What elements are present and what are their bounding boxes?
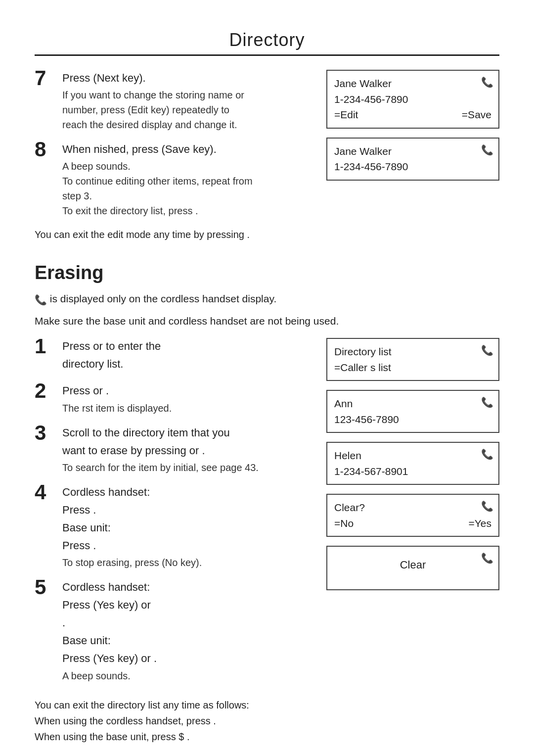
step-7-sub3: reach the desired display and change it. <box>62 117 312 132</box>
lcd-clear-question: 📞 Clear? =No =Yes <box>326 494 499 537</box>
lcd1-edit: =Edit <box>334 107 358 123</box>
directory-right: 📞 Jane Walker 1-234-456-7890 =Edit =Save… <box>326 70 499 246</box>
step-8-content: When nished, press (Save key). A beep so… <box>62 141 312 218</box>
step-8-sub2: To continue editing other items, repeat … <box>62 174 312 189</box>
erase-step-2-sub: The rst item is displayed. <box>62 401 312 416</box>
step-8-sub4: To exit the directory list, press . <box>62 203 312 218</box>
erase-step-4-number: 4 <box>35 482 56 503</box>
lcd-clearq-line2: =No =Yes <box>334 516 491 531</box>
erase-step-5-sub: A beep sounds. <box>62 668 312 683</box>
erase-step-3-main: Scroll to the directory item that you <box>62 425 312 441</box>
erase-step-3-main2: want to erase by pressing or . <box>62 442 312 459</box>
step-8-sub1: A beep sounds. <box>62 159 312 174</box>
lcd-icon-ann: 📞 <box>481 395 493 410</box>
erase-step-3-sub: To search for the item by initial, see p… <box>62 460 312 475</box>
step-7: 7 Press (Next key). If you want to chang… <box>35 70 312 132</box>
erase-step-4-sub: To stop erasing, press (No key). <box>62 555 312 570</box>
lcd-helen: 📞 Helen 1-234-567-8901 <box>326 442 499 485</box>
lcd1-line2: 1-234-456-7890 <box>334 92 491 107</box>
bottom-note1: You can exit the directory list any time… <box>35 697 499 713</box>
lcd1-line1: Jane Walker <box>334 76 491 92</box>
bottom-note3: When using the base unit, press $ . <box>35 729 499 745</box>
bottom-note2: When using the cordless handset, press . <box>35 713 499 729</box>
step-8: 8 When nished, press (Save key). A beep … <box>35 141 312 218</box>
lcd-clearq-no: =No <box>334 516 354 531</box>
step-8-number: 8 <box>35 139 56 160</box>
erase-step-3: 3 Scroll to the directory item that you … <box>35 425 312 475</box>
handset-icon: 📞 <box>35 292 47 308</box>
erase-step-3-content: Scroll to the directory item that you wa… <box>62 425 312 475</box>
erase-step-4-main1: Cordless handset: <box>62 484 312 501</box>
erase-step-1: 1 Press or to enter the directory list. <box>35 338 312 374</box>
step-7-main: Press (Next key). <box>62 70 312 87</box>
step-7-content: Press (Next key). If you want to change … <box>62 70 312 132</box>
erase-step-2: 2 Press or . The rst item is displayed. <box>35 382 312 415</box>
lcd-helen-line1: Helen <box>334 448 491 464</box>
directory-steps: 7 Press (Next key). If you want to chang… <box>35 70 499 246</box>
erase-step-5-main4: Base unit: <box>62 632 312 649</box>
lcd-dir-line2: =Caller s list <box>334 360 491 376</box>
erase-step-2-number: 2 <box>35 380 56 401</box>
lcd-icon-dir: 📞 <box>481 343 493 358</box>
erase-step-5-main2: Press (Yes key) or <box>62 597 312 614</box>
erasing-left: 1 Press or to enter the directory list. … <box>35 338 312 692</box>
erase-step-5-main3: . <box>62 614 312 631</box>
lcd-icon-1: 📞 <box>481 75 493 90</box>
lcd-dir-line1: Directory list <box>334 344 491 360</box>
erasing-right: 📞 Directory list =Caller s list 📞 Ann 12… <box>326 338 499 692</box>
lcd-ann: 📞 Ann 123-456-7890 <box>326 390 499 433</box>
erase-step-3-number: 3 <box>35 423 56 443</box>
erase-step-4-main3: Base unit: <box>62 520 312 536</box>
lcd-clearq-line1: Clear? <box>334 500 491 516</box>
lcd1-line3: =Edit =Save <box>334 107 491 123</box>
erase-step-4-main4: Press . <box>62 537 312 554</box>
step-8-main: When nished, press (Save key). <box>62 141 312 158</box>
erase-step-4: 4 Cordless handset: Press . Base unit: P… <box>35 484 312 570</box>
lcd-jane-save: 📞 Jane Walker 1-234-456-7890 <box>326 138 499 181</box>
step-7-number: 7 <box>35 68 56 89</box>
lcd-clear: 📞 Clear <box>326 546 499 590</box>
page-title: Directory <box>35 30 499 50</box>
erasing-title: Erasing <box>35 262 499 284</box>
erase-step-2-content: Press or . The rst item is displayed. <box>62 382 312 415</box>
lcd-icon-2: 📞 <box>481 142 493 157</box>
erase-step-1-main2: directory list. <box>62 356 312 373</box>
lcd-icon-clearq: 📞 <box>481 499 493 514</box>
lcd1-save: =Save <box>462 107 491 123</box>
erase-step-5: 5 Cordless handset: Press (Yes key) or .… <box>35 579 312 683</box>
directory-left: 7 Press (Next key). If you want to chang… <box>35 70 312 246</box>
erase-step-1-number: 1 <box>35 336 56 357</box>
erase-step-5-number: 5 <box>35 577 56 598</box>
erase-step-5-content: Cordless handset: Press (Yes key) or . B… <box>62 579 312 683</box>
erasing-intro1: 📞 is displayed only on the cordless hand… <box>35 290 499 307</box>
lcd-helen-line2: 1-234-567-8901 <box>334 464 491 479</box>
bottom-notes: You can exit the directory list any time… <box>35 697 499 745</box>
erasing-intro1-text: is displayed only on the cordless handse… <box>50 293 276 304</box>
erase-step-5-main1: Cordless handset: <box>62 579 312 596</box>
erasing-steps: 1 Press or to enter the directory list. … <box>35 338 499 692</box>
lcd-clearq-yes: =Yes <box>468 516 491 531</box>
erase-step-2-main: Press or . <box>62 382 312 399</box>
lcd-clear-text: Clear <box>334 557 491 573</box>
lcd2-line2: 1-234-456-7890 <box>334 159 491 175</box>
lcd-directory-list: 📞 Directory list =Caller s list <box>326 338 499 381</box>
page-number: 46 <box>35 754 499 756</box>
erasing-intro2: Make sure the base unit and cordless han… <box>35 313 499 330</box>
lcd-ann-line1: Ann <box>334 396 491 412</box>
erase-step-1-content: Press or to enter the directory list. <box>62 338 312 374</box>
erase-step-5-main5: Press (Yes key) or . <box>62 650 312 667</box>
erase-step-4-main2: Press . <box>62 502 312 519</box>
step-8-sub3: step 3. <box>62 189 312 203</box>
directory-note: You can exit the edit mode any time by p… <box>35 227 312 242</box>
erase-step-1-main: Press or to enter the <box>62 338 312 355</box>
lcd-jane-edit: 📞 Jane Walker 1-234-456-7890 =Edit =Save <box>326 70 499 129</box>
step-7-sub1: If you want to change the storing name o… <box>62 88 312 102</box>
title-divider <box>35 54 499 56</box>
lcd-ann-line2: 123-456-7890 <box>334 412 491 427</box>
erase-step-4-content: Cordless handset: Press . Base unit: Pre… <box>62 484 312 570</box>
step-7-sub2: number, press (Edit key) repeatedly to <box>62 102 312 117</box>
lcd-icon-helen: 📞 <box>481 447 493 462</box>
lcd-icon-clear: 📞 <box>481 551 493 566</box>
lcd2-line1: Jane Walker <box>334 143 491 159</box>
